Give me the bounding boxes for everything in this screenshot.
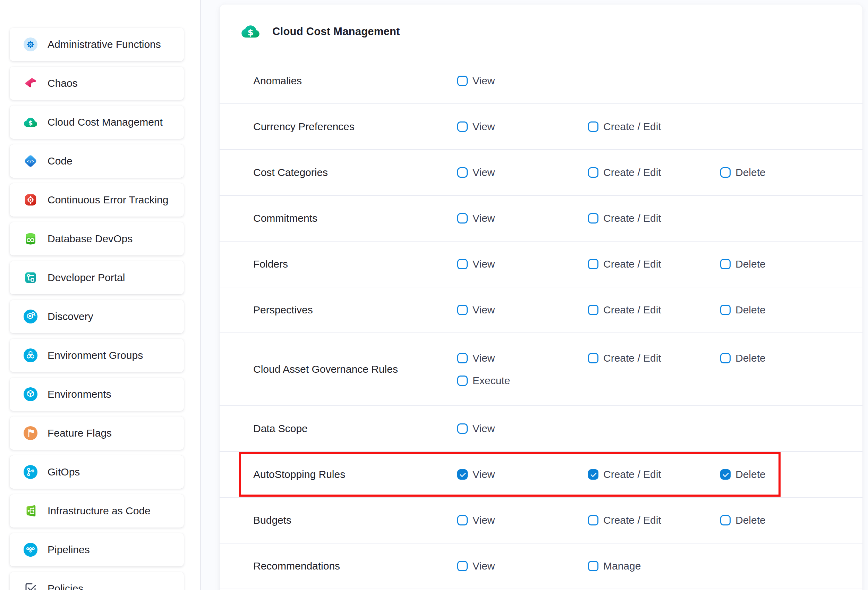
sidebar-item-discovery[interactable]: Discovery — [10, 300, 184, 333]
resource-label: Budgets — [253, 515, 291, 526]
perm-perspectives-delete[interactable]: Delete — [720, 304, 766, 316]
sidebar-item-cloud-cost-management[interactable]: $Cloud Cost Management — [10, 105, 184, 139]
perm-recommendations-manage[interactable]: Manage — [588, 560, 641, 572]
checkbox-checked[interactable] — [457, 469, 468, 480]
checkbox-unchecked[interactable] — [457, 423, 468, 434]
checkbox-unchecked[interactable] — [457, 353, 468, 363]
sidebar-item-label: Code — [47, 155, 72, 167]
checkbox-unchecked[interactable] — [457, 121, 468, 132]
resource-label: Cost Categories — [253, 167, 328, 178]
sidebar-item-gitops[interactable]: GitOps — [10, 455, 184, 489]
perm-label: Create / Edit — [603, 352, 661, 364]
checkbox-unchecked[interactable] — [588, 167, 598, 178]
sidebar-item-chaos[interactable]: Chaos — [10, 67, 184, 100]
checkbox-unchecked[interactable] — [457, 75, 468, 86]
checkbox-unchecked[interactable] — [588, 305, 598, 315]
checkbox-unchecked[interactable] — [457, 561, 468, 571]
environment-groups-icon — [24, 349, 37, 362]
sidebar-item-policies[interactable]: Policies — [10, 572, 184, 590]
content-area: $ Cloud Cost Management AnomaliesViewCur… — [201, 0, 868, 590]
environments-icon — [24, 387, 37, 401]
perm-currency-preferences-view[interactable]: View — [457, 121, 495, 133]
perm-currency-preferences-create-edit[interactable]: Create / Edit — [588, 121, 661, 133]
sidebar-item-environments[interactable]: Environments — [10, 378, 184, 411]
checkbox-unchecked[interactable] — [720, 305, 731, 315]
modules-sidebar: Administrative FunctionsChaos$Cloud Cost… — [0, 0, 201, 590]
perm-folders-delete[interactable]: Delete — [720, 258, 766, 270]
perm-cloud-asset-governance-rules-execute[interactable]: Execute — [457, 369, 510, 392]
checkbox-unchecked[interactable] — [720, 515, 731, 525]
perm-perspectives-view[interactable]: View — [457, 304, 495, 316]
perm-perspectives-create-edit[interactable]: Create / Edit — [588, 304, 661, 316]
error-tracking-icon — [24, 193, 37, 207]
sidebar-item-label: Discovery — [47, 311, 93, 322]
permission-row-folders: FoldersViewCreate / EditDelete — [220, 241, 862, 287]
svg-text:</>: </> — [27, 159, 34, 164]
perm-autostopping-rules-delete[interactable]: Delete — [720, 469, 766, 480]
sidebar-item-infrastructure-as-code[interactable]: Infrastructure as Code — [10, 494, 184, 528]
permission-row-cloud-asset-governance-rules: Cloud Asset Governance RulesViewCreate /… — [220, 333, 862, 406]
checkbox-unchecked[interactable] — [457, 259, 468, 269]
checkbox-unchecked[interactable] — [720, 353, 731, 363]
checkbox-unchecked[interactable] — [457, 167, 468, 178]
sidebar-item-feature-flags[interactable]: Feature Flags — [10, 417, 184, 450]
checkbox-unchecked[interactable] — [457, 515, 468, 525]
checkbox-unchecked[interactable] — [720, 259, 731, 269]
sidebar-item-developer-portal[interactable]: Developer Portal — [10, 261, 184, 294]
sidebar-item-administrative-functions[interactable]: Administrative Functions — [10, 28, 184, 61]
cloud-cost-icon: $ — [24, 115, 37, 129]
perm-anomalies-view[interactable]: View — [457, 75, 495, 87]
perm-folders-view[interactable]: View — [457, 258, 495, 270]
perm-budgets-create-edit[interactable]: Create / Edit — [588, 515, 661, 526]
checkbox-unchecked[interactable] — [720, 167, 731, 178]
sidebar-item-pipelines[interactable]: Pipelines — [10, 533, 184, 566]
resource-label: Currency Preferences — [253, 121, 354, 133]
permission-row-cost-categories: Cost CategoriesViewCreate / EditDelete — [220, 150, 862, 196]
sidebar-item-code[interactable]: </>Code — [10, 144, 184, 178]
checkbox-unchecked[interactable] — [588, 515, 598, 525]
sidebar-item-label: Cloud Cost Management — [47, 116, 163, 128]
sidebar-item-database-devops[interactable]: Database DevOps — [10, 222, 184, 256]
permission-row-recommendations: RecommendationsViewManage — [220, 544, 862, 589]
perm-label: View — [472, 75, 495, 87]
sidebar-item-environment-groups[interactable]: Environment Groups — [10, 339, 184, 372]
perm-cloud-asset-governance-rules-view[interactable]: View — [457, 347, 495, 369]
perm-budgets-view[interactable]: View — [457, 515, 495, 526]
perm-autostopping-rules-create-edit[interactable]: Create / Edit — [588, 469, 661, 480]
perm-budgets-delete[interactable]: Delete — [720, 515, 766, 526]
perm-cloud-asset-governance-rules-delete[interactable]: Delete — [720, 347, 766, 369]
checkbox-unchecked[interactable] — [457, 305, 468, 315]
perm-recommendations-view[interactable]: View — [457, 560, 495, 572]
perm-commitments-create-edit[interactable]: Create / Edit — [588, 212, 661, 224]
checkbox-unchecked[interactable] — [457, 376, 468, 386]
perm-cost-categories-delete[interactable]: Delete — [720, 167, 766, 178]
sidebar-item-label: Chaos — [47, 77, 78, 89]
sidebar-item-label: Feature Flags — [47, 427, 112, 439]
checkbox-unchecked[interactable] — [588, 353, 598, 363]
sidebar-item-continuous-error-tracking[interactable]: Continuous Error Tracking — [10, 183, 184, 217]
panel-header: $ Cloud Cost Management — [220, 4, 862, 58]
checkbox-checked[interactable] — [588, 469, 598, 480]
perm-autostopping-rules-view[interactable]: View — [457, 469, 495, 480]
checkbox-unchecked[interactable] — [457, 213, 468, 223]
resource-label: Folders — [253, 258, 288, 270]
sidebar-item-label: Environment Groups — [47, 349, 143, 361]
feature-flags-icon — [24, 426, 37, 440]
perm-commitments-view[interactable]: View — [457, 212, 495, 224]
perm-data-scope-view[interactable]: View — [457, 423, 495, 435]
perm-cost-categories-view[interactable]: View — [457, 167, 495, 178]
perm-label: Delete — [735, 167, 766, 178]
perm-cost-categories-create-edit[interactable]: Create / Edit — [588, 167, 661, 178]
perm-label: View — [472, 212, 495, 224]
sidebar-module-list: Administrative FunctionsChaos$Cloud Cost… — [0, 28, 200, 590]
perm-folders-create-edit[interactable]: Create / Edit — [588, 258, 661, 270]
cloud-dollar-icon: $ — [241, 25, 260, 38]
checkbox-unchecked[interactable] — [588, 259, 598, 269]
checkbox-unchecked[interactable] — [588, 121, 598, 132]
checkbox-unchecked[interactable] — [588, 213, 598, 223]
checkbox-checked[interactable] — [720, 469, 731, 480]
permission-row-commitments: CommitmentsViewCreate / Edit — [220, 196, 862, 241]
checkbox-unchecked[interactable] — [588, 561, 598, 571]
panel-title: Cloud Cost Management — [272, 25, 400, 38]
perm-cloud-asset-governance-rules-create-edit[interactable]: Create / Edit — [588, 347, 661, 369]
